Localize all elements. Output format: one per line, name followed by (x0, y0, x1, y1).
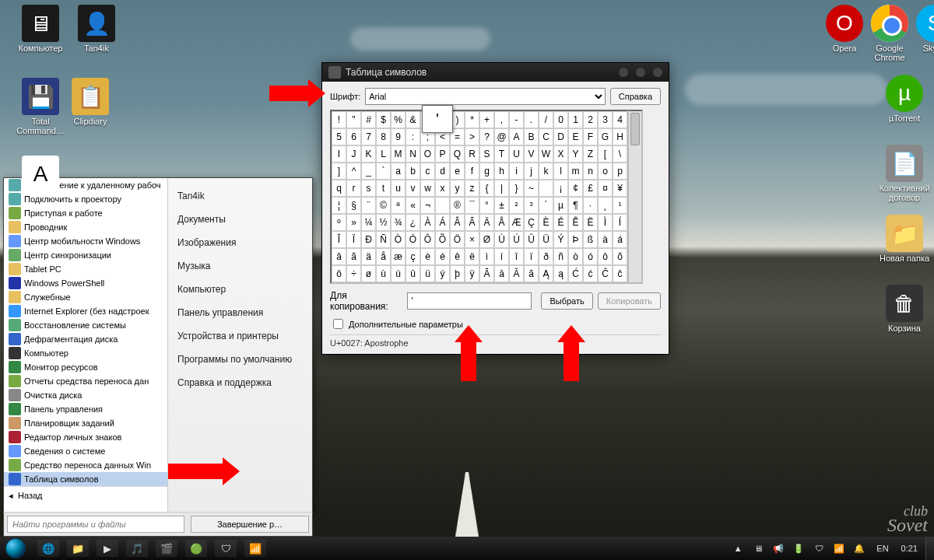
char-cell[interactable]: ¼ (361, 214, 376, 231)
char-cell[interactable]: d (435, 163, 450, 180)
char-cell[interactable]: Ã (465, 214, 479, 231)
char-cell[interactable]: | (494, 180, 509, 197)
char-cell[interactable]: ê (450, 248, 465, 265)
char-cell[interactable]: _ (361, 163, 376, 180)
char-cell[interactable]: ¾ (391, 214, 406, 231)
start-menu-item[interactable]: Центр мобильности Windows (4, 234, 167, 248)
char-cell[interactable]: ë (465, 248, 479, 265)
char-cell[interactable]: ĉ (613, 265, 627, 282)
char-cell[interactable]: í (494, 248, 509, 265)
char-cell[interactable]: B (524, 128, 539, 145)
char-cell[interactable]: A (509, 128, 524, 145)
char-cell[interactable]: h (494, 163, 509, 180)
start-menu-item[interactable]: Отчеты средства переноса дан (4, 374, 167, 388)
tray-icon[interactable]: ▲ (732, 542, 744, 555)
char-cell[interactable]: ± (494, 197, 509, 214)
start-menu-link[interactable]: Изображения (177, 231, 303, 254)
char-cell[interactable]: ¿ (406, 214, 420, 231)
char-cell[interactable]: 8 (376, 128, 391, 145)
char-cell[interactable]: ¹ (613, 197, 627, 214)
char-cell[interactable]: å (376, 248, 391, 265)
char-cell[interactable]: % (391, 111, 406, 128)
char-cell[interactable]: Ô (420, 231, 435, 248)
char-cell[interactable]: # (361, 111, 376, 128)
char-cell[interactable]: ¬ (420, 197, 435, 214)
char-cell[interactable]: ¥ (613, 180, 627, 197)
desktop-icon[interactable]: OOpera (822, 5, 867, 53)
start-menu-item[interactable]: Редактор личных знаков (4, 430, 167, 444)
start-menu-item[interactable]: Дефрагментация диска (4, 332, 167, 346)
char-cell[interactable]: î (509, 248, 524, 265)
char-cell[interactable]: e (450, 163, 465, 180)
char-cell[interactable]: Æ (509, 214, 524, 231)
char-cell[interactable]: P (435, 145, 450, 163)
char-cell[interactable]: ] (332, 163, 346, 180)
char-cell[interactable]: Ò (391, 231, 406, 248)
taskbar-quick-item[interactable]: 🟢 (185, 540, 207, 557)
char-cell[interactable]: Ï (346, 231, 361, 248)
char-cell[interactable]: 9 (391, 128, 406, 145)
char-cell[interactable]: Q (450, 145, 465, 163)
start-menu-item[interactable]: Центр синхронизации (4, 248, 167, 262)
tray-icon[interactable]: 🛡 (813, 542, 825, 555)
char-cell[interactable]: 1 (568, 111, 583, 128)
start-menu-link[interactable]: Компьютер (177, 278, 303, 301)
char-cell[interactable]: U (509, 145, 524, 163)
character-grid[interactable]: !"#$%&'()*+,-./0123456789:;<=>?@ABCDEFGH… (330, 110, 629, 284)
char-cell[interactable]: ! (332, 111, 346, 128)
language-indicator[interactable]: EN (876, 544, 888, 553)
char-cell[interactable]: É (553, 214, 568, 231)
char-cell[interactable]: ù (376, 265, 391, 282)
char-cell[interactable]: ò (568, 248, 583, 265)
char-cell[interactable]: : (406, 128, 420, 145)
char-cell[interactable]: è (420, 248, 435, 265)
char-cell[interactable]: ö (332, 265, 346, 282)
char-cell[interactable]: £ (583, 180, 598, 197)
char-cell[interactable]: - (509, 111, 524, 128)
char-cell[interactable]: x (435, 180, 450, 197)
char-cell[interactable]: ª (391, 197, 406, 214)
start-menu-item[interactable]: Планировщик заданий (4, 416, 167, 430)
char-cell[interactable]: F (583, 128, 598, 145)
char-cell[interactable]: } (509, 180, 524, 197)
char-cell[interactable]: + (479, 111, 494, 128)
char-cell[interactable]: á (613, 231, 627, 248)
char-cell[interactable]: m (568, 163, 583, 180)
start-menu-item[interactable]: Сведения о системе (4, 444, 167, 458)
search-input[interactable] (7, 516, 184, 533)
char-cell[interactable]: Ö (450, 231, 465, 248)
char-cell[interactable]: Ê (568, 214, 583, 231)
desktop-icon[interactable]: 💾Total Command… (12, 78, 68, 135)
char-cell[interactable]: û (406, 265, 420, 282)
char-cell[interactable]: È (539, 214, 553, 231)
start-menu-item[interactable]: Приступая к работе (4, 206, 167, 220)
char-cell[interactable]: q (332, 180, 346, 197)
char-cell[interactable]: é (435, 248, 450, 265)
char-cell[interactable]: Þ (568, 231, 583, 248)
start-menu-link[interactable]: Устройства и принтеры (177, 324, 303, 348)
desktop-icon[interactable]: 🖥Компьютер (12, 5, 68, 53)
char-cell[interactable]: ¨ (361, 197, 376, 214)
char-cell[interactable]: G (598, 128, 613, 145)
tray-icon[interactable]: 🖥 (752, 542, 764, 555)
font-select[interactable]: Arial (365, 88, 606, 105)
char-cell[interactable]: " (346, 111, 361, 128)
char-cell[interactable]: M (391, 145, 406, 163)
start-menu-link[interactable]: Программы по умолчанию (177, 348, 303, 371)
char-cell[interactable]: i (509, 163, 524, 180)
char-cell[interactable]: ´ (539, 197, 553, 214)
shutdown-button[interactable]: Завершение р… (191, 516, 309, 533)
char-cell[interactable]: Ĉ (598, 265, 613, 282)
char-cell[interactable]: õ (613, 248, 627, 265)
start-menu-item[interactable]: Windows PowerShell (4, 276, 167, 290)
char-cell[interactable]: X (553, 145, 568, 163)
char-cell[interactable]: © (376, 197, 391, 214)
close-button[interactable] (653, 68, 662, 77)
char-cell[interactable]: Ä (479, 214, 494, 231)
char-cell[interactable]: ~ (524, 180, 539, 197)
char-cell[interactable]: Z (583, 145, 598, 163)
char-cell[interactable]: Ù (494, 231, 509, 248)
char-cell[interactable]: T (494, 145, 509, 163)
char-cell[interactable]: R (465, 145, 479, 163)
char-cell[interactable]: \ (613, 145, 627, 163)
